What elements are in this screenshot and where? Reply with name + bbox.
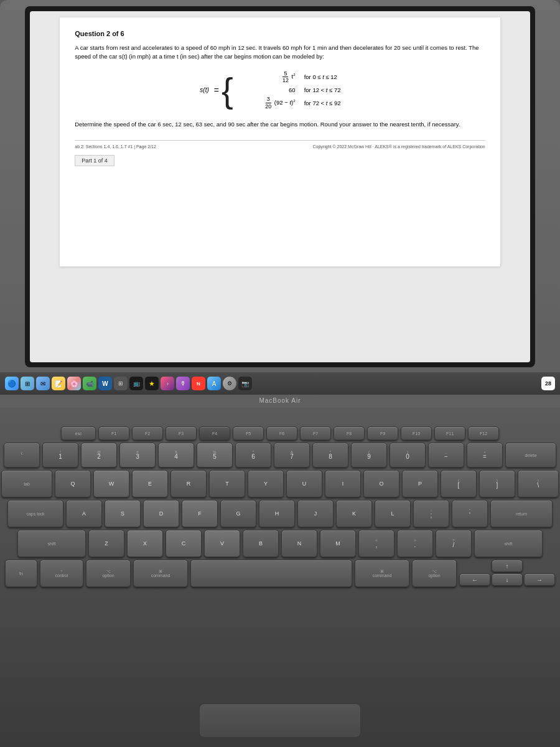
key-tab[interactable]: tab: [1, 470, 52, 497]
key-minus[interactable]: _−: [428, 443, 464, 467]
dock-photos[interactable]: 🌸: [67, 377, 81, 390]
key-f4[interactable]: F4: [199, 426, 230, 440]
key-arrow-right[interactable]: →: [524, 573, 555, 586]
key-semicolon[interactable]: :;: [413, 500, 449, 527]
key-backtick[interactable]: ~`: [4, 443, 40, 467]
key-delete[interactable]: delete: [505, 443, 556, 467]
dock-notes[interactable]: 📝: [52, 377, 65, 390]
key-h[interactable]: H: [259, 500, 295, 527]
key-3[interactable]: #3: [119, 443, 156, 467]
key-f11[interactable]: F11: [434, 426, 465, 440]
key-d[interactable]: D: [143, 500, 179, 527]
key-f[interactable]: F: [182, 500, 218, 527]
key-return[interactable]: return: [490, 500, 553, 527]
key-y[interactable]: Y: [248, 470, 284, 497]
key-z[interactable]: Z: [88, 530, 124, 557]
key-8[interactable]: *8: [312, 443, 348, 467]
key-2[interactable]: @2: [81, 443, 117, 467]
key-arrow-down[interactable]: ↓: [492, 573, 523, 586]
key-s[interactable]: S: [105, 500, 141, 527]
key-shift-left[interactable]: shift: [17, 530, 86, 557]
key-e[interactable]: E: [132, 470, 168, 497]
dock-date[interactable]: 28: [541, 377, 555, 390]
key-p[interactable]: P: [402, 470, 438, 497]
key-9[interactable]: (9: [351, 443, 387, 467]
cond-2: for 12 < t ≤ 72: [304, 87, 360, 93]
expr-1: 5 12 t2: [240, 70, 296, 85]
key-command-right[interactable]: ⌘command: [355, 560, 409, 587]
key-f12[interactable]: F12: [468, 426, 499, 440]
key-rbracket[interactable]: }]: [479, 470, 515, 497]
key-command-left[interactable]: ⌘command: [133, 560, 188, 587]
dock-podcast[interactable]: 🎙: [176, 377, 190, 390]
key-r[interactable]: R: [170, 470, 207, 497]
key-comma[interactable]: <,: [358, 530, 394, 557]
key-f7[interactable]: F7: [300, 426, 331, 440]
key-c[interactable]: C: [166, 530, 202, 557]
key-ctrl[interactable]: ^control: [40, 560, 83, 587]
key-o[interactable]: O: [363, 470, 399, 497]
key-b[interactable]: B: [243, 530, 279, 557]
key-g[interactable]: G: [220, 500, 256, 527]
key-v[interactable]: V: [204, 530, 240, 557]
key-0[interactable]: )0: [390, 443, 426, 467]
key-lbracket[interactable]: {[: [441, 470, 477, 497]
key-q[interactable]: Q: [55, 470, 91, 497]
key-arrow-left[interactable]: ←: [459, 573, 490, 586]
dock-star[interactable]: ★: [145, 377, 159, 390]
key-period[interactable]: >.: [397, 530, 433, 557]
key-l[interactable]: L: [375, 500, 411, 527]
dock-music[interactable]: ♪: [161, 377, 174, 390]
key-f6[interactable]: F6: [266, 426, 297, 440]
key-esc[interactable]: esc: [61, 426, 96, 440]
key-n[interactable]: N: [281, 530, 317, 557]
key-f5[interactable]: F5: [233, 426, 264, 440]
key-m[interactable]: M: [320, 530, 356, 557]
screen-content: Question 2 of 6 A car starts from rest a…: [30, 11, 530, 362]
key-caps[interactable]: caps lock: [7, 500, 63, 527]
key-x[interactable]: X: [127, 530, 163, 557]
key-backslash[interactable]: |\: [518, 470, 559, 497]
key-quote[interactable]: "': [452, 500, 488, 527]
dock-news[interactable]: N: [192, 377, 205, 390]
dock-system[interactable]: ⚙: [223, 377, 236, 390]
key-slash[interactable]: ?/: [436, 530, 472, 557]
key-f8[interactable]: F8: [334, 426, 365, 440]
key-i[interactable]: I: [325, 470, 361, 497]
dock-finder[interactable]: 🔵: [5, 377, 19, 390]
key-a[interactable]: A: [66, 500, 102, 527]
key-equals[interactable]: +=: [467, 443, 503, 467]
dock-grid[interactable]: ⊞: [114, 377, 128, 390]
number-row: ~` !1 @2 #3 $4 %5 ^6 &7 *8 (9 )0 _− += d…: [25, 443, 535, 467]
key-f3[interactable]: F3: [166, 426, 197, 440]
key-1[interactable]: !1: [42, 443, 78, 467]
key-5[interactable]: %5: [197, 443, 233, 467]
dock-camera[interactable]: 📷: [238, 377, 252, 390]
key-4[interactable]: $4: [158, 443, 194, 467]
key-option-right[interactable]: ⌥option: [412, 560, 457, 587]
key-t[interactable]: T: [209, 470, 245, 497]
key-arrow-up[interactable]: ↑: [492, 560, 523, 572]
dock-mail[interactable]: ✉: [36, 377, 50, 390]
key-7[interactable]: &7: [274, 443, 310, 467]
key-option-left[interactable]: ⌥option: [86, 560, 131, 587]
key-j[interactable]: J: [297, 500, 334, 527]
key-f2[interactable]: F2: [132, 426, 163, 440]
key-k[interactable]: K: [336, 500, 372, 527]
dock-facetime[interactable]: 📹: [83, 377, 96, 390]
key-w[interactable]: W: [93, 470, 129, 497]
key-f10[interactable]: F10: [401, 426, 432, 440]
key-f9[interactable]: F9: [367, 426, 398, 440]
key-f1[interactable]: F1: [98, 426, 129, 440]
key-fn[interactable]: fn: [5, 560, 37, 587]
key-u[interactable]: U: [286, 470, 322, 497]
key-space[interactable]: [190, 560, 352, 587]
system-icon: ⚙: [227, 380, 232, 387]
dock-word[interactable]: W: [98, 377, 112, 390]
key-6[interactable]: ^6: [235, 443, 271, 467]
dock-launchpad[interactable]: ⊞: [21, 377, 34, 390]
trackpad[interactable]: [199, 703, 361, 738]
key-shift-right[interactable]: shift: [474, 530, 543, 557]
dock-appstore[interactable]: A: [207, 377, 221, 390]
dock-tv[interactable]: 📺: [129, 377, 143, 390]
